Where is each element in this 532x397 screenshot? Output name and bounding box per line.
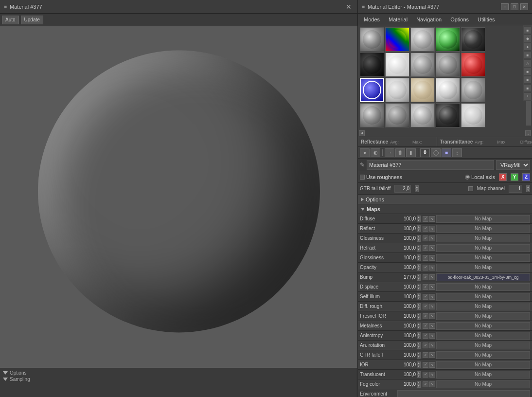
map-v-17[interactable]: v	[429, 381, 435, 387]
map-check-8[interactable]: ✓	[423, 294, 428, 300]
menu-material[interactable]: Material	[385, 16, 411, 23]
maps-section-header[interactable]: Maps	[358, 204, 532, 214]
thumbnail-2[interactable]	[410, 27, 435, 52]
map-button-18[interactable]	[397, 390, 530, 397]
map-channel-check[interactable]	[468, 186, 473, 191]
map-spinner-up-6[interactable]: ▲	[417, 274, 421, 277]
menu-utilities[interactable]: Utilities	[474, 16, 498, 23]
map-v-14[interactable]: v	[429, 352, 435, 358]
side-icon-5[interactable]: △	[524, 59, 532, 67]
map-spinner-down-6[interactable]: ▼	[417, 277, 421, 281]
side-icon-nav[interactable]: ■	[524, 84, 532, 92]
map-button-6[interactable]: od-floor-oak_0023-03_3m-by-3m_cg	[436, 273, 530, 281]
map-button-1[interactable]: No Map	[436, 225, 530, 233]
map-channel-up[interactable]: ▲	[526, 185, 530, 189]
tb-material-icon[interactable]: ●	[360, 148, 370, 157]
axis-z-button[interactable]: Z	[522, 173, 530, 181]
map-button-17[interactable]: No Map	[436, 380, 530, 388]
map-button-4[interactable]: No Map	[436, 254, 530, 262]
thumbnail-4[interactable]	[461, 27, 485, 52]
side-icon-7[interactable]: ■	[524, 76, 532, 84]
local-axis-radio[interactable]	[465, 175, 470, 180]
axis-y-button[interactable]: Y	[511, 173, 518, 181]
map-spinner-up-14[interactable]: ▲	[417, 352, 421, 355]
side-icon-expand[interactable]: ⋮	[524, 92, 532, 100]
map-v-7[interactable]: v	[429, 284, 435, 290]
menu-modes[interactable]: Modes	[360, 16, 384, 23]
auto-button[interactable]: Auto	[2, 16, 19, 24]
map-spinner-up-11[interactable]: ▲	[417, 323, 421, 326]
map-v-1[interactable]: v	[429, 226, 435, 232]
map-spinner-down-5[interactable]: ▼	[417, 268, 421, 271]
map-spinner-down-3[interactable]: ▼	[417, 248, 421, 252]
map-v-3[interactable]: v	[429, 245, 435, 251]
map-spinner-up-17[interactable]: ▲	[417, 381, 421, 384]
side-icon-4[interactable]: ■	[524, 51, 532, 59]
tb-circle-icon[interactable]: ◯	[431, 148, 441, 157]
map-button-9[interactable]: No Map	[436, 303, 530, 310]
tb-more-icon[interactable]: ⋮	[452, 148, 462, 157]
map-check-2[interactable]: ✓	[423, 235, 428, 241]
map-check-13[interactable]: ✓	[423, 343, 428, 348]
collapse-right-btn[interactable]: ⋮	[525, 130, 531, 136]
thumbnail-1[interactable]	[385, 27, 409, 52]
map-check-16[interactable]: ✓	[423, 372, 428, 378]
gtr-up-arrow[interactable]: ▲	[415, 185, 419, 189]
map-button-3[interactable]: No Map	[436, 244, 530, 252]
map-check-1[interactable]: ✓	[423, 226, 428, 232]
tb-highlight-icon[interactable]: ■	[442, 148, 451, 157]
map-check-14[interactable]: ✓	[423, 352, 428, 358]
map-spinner-down-1[interactable]: ▼	[417, 229, 421, 232]
map-check-17[interactable]: ✓	[423, 381, 428, 387]
map-channel-down[interactable]: ▼	[526, 189, 530, 192]
side-icon-2[interactable]: ◆	[524, 35, 532, 42]
map-spinner-up-10[interactable]: ▲	[417, 313, 421, 316]
map-v-5[interactable]: v	[429, 265, 435, 271]
tb-zero-icon[interactable]: 0	[420, 148, 430, 157]
map-check-6[interactable]: ✓	[423, 274, 428, 280]
minimize-button[interactable]: −	[501, 3, 509, 10]
map-spinner-down-17[interactable]: ▼	[417, 384, 421, 388]
map-v-13[interactable]: v	[429, 343, 435, 348]
map-v-15[interactable]: v	[429, 362, 435, 368]
map-check-4[interactable]: ✓	[423, 255, 428, 261]
map-v-8[interactable]: v	[429, 294, 435, 300]
map-v-2[interactable]: v	[429, 235, 435, 241]
map-check-0[interactable]: ✓	[423, 216, 428, 222]
thumbnail-14[interactable]	[461, 78, 485, 102]
map-spinner-up-3[interactable]: ▲	[417, 245, 421, 248]
map-button-5[interactable]: No Map	[436, 264, 530, 271]
thumbnail-10[interactable]	[360, 78, 384, 102]
map-check-15[interactable]: ✓	[423, 362, 428, 368]
map-spinner-up-13[interactable]: ▲	[417, 342, 421, 345]
map-v-0[interactable]: v	[429, 216, 435, 222]
close-button[interactable]: ✕	[520, 3, 528, 10]
map-spinner-down-14[interactable]: ▼	[417, 355, 421, 359]
menu-options[interactable]: Options	[446, 16, 473, 23]
map-spinner-down-16[interactable]: ▼	[417, 375, 421, 378]
use-roughness-checkbox-label[interactable]: Use roughness	[360, 174, 402, 180]
map-spinner-down-11[interactable]: ▼	[417, 326, 421, 329]
map-v-11[interactable]: v	[429, 323, 435, 329]
map-v-6[interactable]: v	[429, 274, 435, 280]
map-spinner-up-15[interactable]: ▲	[417, 361, 421, 365]
map-button-0[interactable]: No Map	[436, 215, 530, 223]
map-spinner-up-9[interactable]: ▲	[417, 303, 421, 307]
map-spinner-down-2[interactable]: ▼	[417, 238, 421, 242]
use-roughness-checkbox[interactable]	[360, 175, 365, 180]
thumbnail-13[interactable]	[436, 78, 460, 102]
thumbnail-18[interactable]	[436, 103, 460, 127]
map-spinner-up-1[interactable]: ▲	[417, 225, 421, 229]
tb-arrow-icon[interactable]: →	[385, 148, 394, 157]
maximize-button[interactable]: □	[511, 3, 518, 10]
thumbnail-12[interactable]	[410, 78, 435, 102]
tb-copy-icon[interactable]: ▮	[406, 148, 416, 157]
map-v-16[interactable]: v	[429, 372, 435, 378]
map-check-3[interactable]: ✓	[423, 245, 428, 251]
thumbnail-11[interactable]	[385, 78, 409, 102]
map-spinner-down-13[interactable]: ▼	[417, 345, 421, 349]
side-icon-1[interactable]: ■	[524, 26, 532, 34]
map-check-5[interactable]: ✓	[423, 265, 428, 271]
map-check-12[interactable]: ✓	[423, 333, 428, 339]
map-button-11[interactable]: No Map	[436, 322, 530, 330]
